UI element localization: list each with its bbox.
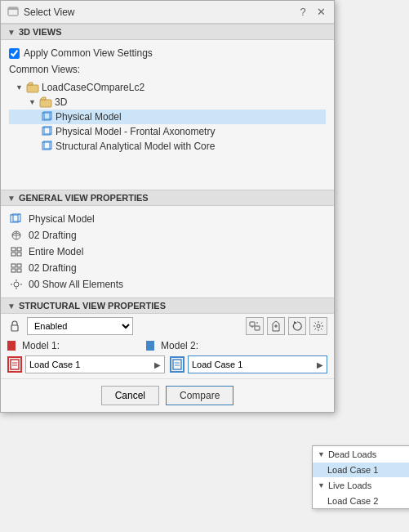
- live-loads-header[interactable]: ▼ Live Loads: [313, 477, 409, 494]
- model1-load-case-dropdown[interactable]: Load Case 1 ▶: [25, 355, 165, 373]
- general-view-props-header[interactable]: ▼ GENERAL VIEW PROPERTIES: [1, 190, 334, 206]
- tree-label-physical: Physical Model: [56, 111, 122, 123]
- structural-view-props-arrow: ▼: [7, 302, 16, 311]
- physical-model-icon: [9, 212, 24, 226]
- model2-load-case-dropdown[interactable]: Load Case 1 ▶: [188, 355, 327, 373]
- svg-rect-28: [17, 248, 21, 251]
- svg-rect-3: [40, 100, 51, 107]
- svg-rect-49: [7, 341, 16, 351]
- general-view-props-content: Physical Model 02 Drafting: [1, 206, 334, 297]
- tree-label-structural-analytical: Structural Analytical Model with Core: [56, 141, 215, 152]
- svg-rect-1: [8, 7, 18, 10]
- tree-label-frontal: Physical Model - Frontal Axonometry: [56, 126, 215, 137]
- model2-label: Model 2:: [161, 340, 198, 351]
- help-button[interactable]: ?: [296, 6, 309, 19]
- drafting2-icon: [9, 262, 24, 275]
- 3d-views-section-header[interactable]: ▼ 3D VIEWS: [1, 24, 334, 40]
- general-prop-physical-label: Physical Model: [29, 213, 95, 225]
- svg-rect-42: [255, 326, 260, 330]
- general-prop-drafting-label: 02 Drafting: [29, 230, 77, 241]
- apply-common-settings-checkbox[interactable]: [9, 48, 20, 59]
- struct-icon-btn-4[interactable]: [309, 317, 327, 335]
- title-bar-left: Select View: [7, 7, 74, 18]
- svg-rect-50: [146, 341, 154, 351]
- apply-common-settings-row: Apply Common View Settings: [9, 45, 326, 61]
- svg-rect-51: [11, 360, 19, 369]
- tree-icon-physical: [40, 111, 53, 123]
- tree-icon-3d-folder: [39, 96, 52, 108]
- general-prop-drafting2: 02 Drafting: [9, 260, 326, 276]
- svg-rect-40: [11, 325, 18, 331]
- cancel-button[interactable]: Cancel: [101, 386, 159, 405]
- general-prop-physical: Physical Model: [9, 211, 326, 227]
- dialog-footer: Cancel Compare: [1, 378, 334, 412]
- select-view-dialog: Select View ? ✕ ▼ 3D VIEWS Apply Common …: [0, 0, 335, 413]
- model1-label: Model 1:: [22, 340, 60, 351]
- common-views-label: Common Views:: [9, 61, 326, 78]
- model1-load-case-col: Load Case 1 ▶: [7, 355, 165, 373]
- model2-load-case-text: Load Case 1: [192, 360, 242, 369]
- entire-model-icon: [9, 245, 24, 258]
- dead-loads-item-1-label: Load Case 1: [327, 465, 378, 475]
- tree-label-3d: 3D: [55, 96, 67, 108]
- general-prop-elements: 00 Show All Elements: [9, 276, 326, 293]
- general-prop-drafting: 02 Drafting: [9, 227, 326, 244]
- dead-loads-header[interactable]: ▼ Dead Loads: [313, 446, 409, 463]
- tree-icon-root: [26, 82, 39, 93]
- tree-item-frontal[interactable]: Physical Model - Frontal Axonometry: [9, 124, 326, 139]
- svg-rect-2: [27, 85, 38, 92]
- views-tree: ▼ LoadCaseCOmpareLc2 ▼: [9, 78, 326, 185]
- svg-rect-29: [11, 253, 16, 256]
- model-labels-row: Model 1: Model 2:: [1, 338, 334, 353]
- tree-item-3d[interactable]: ▼ 3D: [9, 95, 326, 110]
- svg-point-48: [317, 324, 320, 328]
- 3d-views-label: 3D VIEWS: [19, 27, 62, 37]
- title-bar-buttons: ? ✕: [296, 6, 327, 19]
- svg-rect-41: [250, 322, 255, 326]
- live-loads-item-1[interactable]: Load Case 2: [313, 494, 409, 508]
- dialog-icon: [7, 7, 19, 18]
- svg-rect-27: [11, 248, 16, 251]
- model2-color-indicator: [146, 340, 154, 351]
- load-case-columns: Load Case 1 ▶ Load Case 1 ▶: [1, 353, 334, 378]
- dialog-title: Select View: [24, 7, 74, 18]
- svg-rect-33: [11, 269, 16, 272]
- title-bar: Select View ? ✕: [1, 1, 334, 24]
- tree-arrow-root: ▼: [16, 83, 24, 92]
- apply-common-settings-label: Apply Common View Settings: [24, 47, 153, 59]
- model2-load-icon: [170, 356, 184, 373]
- live-loads-arrow: ▼: [318, 481, 325, 490]
- svg-rect-31: [11, 264, 16, 267]
- struct-icon-btn-1[interactable]: [246, 317, 264, 335]
- structural-enabled-row: Enabled Disabled: [1, 314, 334, 338]
- struct-toolbar-icons: [138, 317, 327, 335]
- load-case-dropdown-popup: ▼ Dead Loads Load Case 1 ▼ Live Loads Lo…: [312, 445, 409, 509]
- svg-marker-47: [294, 321, 297, 324]
- struct-icon-btn-2[interactable]: [267, 317, 285, 335]
- general-prop-drafting2-label: 02 Drafting: [29, 262, 77, 274]
- svg-rect-30: [17, 253, 21, 256]
- struct-icon-btn-3[interactable]: [288, 317, 306, 335]
- structural-view-props-header[interactable]: ▼ STRUCTURAL VIEW PROPERTIES: [1, 297, 334, 314]
- live-loads-label: Live Loads: [328, 481, 371, 490]
- compare-button[interactable]: Compare: [166, 386, 233, 405]
- tree-item-structural[interactable]: Structural Analytical Model with Core: [9, 139, 326, 154]
- tree-item-physical[interactable]: Physical Model: [9, 110, 326, 124]
- enabled-dropdown-container: Enabled Disabled: [27, 317, 133, 335]
- general-prop-entire-label: Entire Model: [29, 246, 83, 257]
- live-loads-item-1-label: Load Case 2: [327, 496, 378, 506]
- close-button[interactable]: ✕: [314, 6, 327, 19]
- tree-icon-frontal: [40, 126, 53, 137]
- dead-loads-item-1[interactable]: Load Case 1: [313, 463, 409, 477]
- 3d-views-content: Apply Common View Settings Common Views:…: [1, 40, 334, 190]
- model1-color-indicator: [7, 340, 16, 351]
- model2-load-case-arrow: ▶: [317, 360, 323, 369]
- lock-icon: [7, 320, 22, 333]
- model2-load-case-col: Load Case 1 ▶: [170, 355, 327, 373]
- general-prop-elements-label: 00 Show All Elements: [29, 279, 123, 290]
- general-view-props-arrow: ▼: [7, 194, 16, 203]
- dead-loads-arrow: ▼: [318, 450, 325, 458]
- enabled-select[interactable]: Enabled Disabled: [27, 317, 133, 335]
- tree-item-root[interactable]: ▼ LoadCaseCOmpareLc2: [9, 80, 326, 95]
- dead-loads-label: Dead Loads: [328, 449, 376, 459]
